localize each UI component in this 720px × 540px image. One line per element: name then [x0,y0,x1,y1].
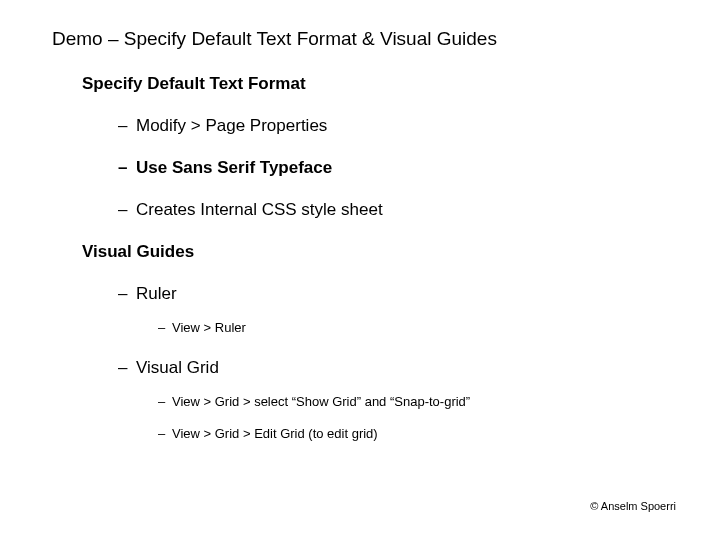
list-item: –Modify > Page Properties [118,116,327,136]
sub-list-item: –View > Ruler [158,320,246,335]
footer-credit: © Anselm Spoerri [590,500,676,512]
bullet-dash-icon: – [118,116,136,136]
bullet-dash-icon: – [118,158,136,178]
section-heading-visual-guides: Visual Guides [82,242,194,262]
sub-list-item-text: View > Grid > Edit Grid (to edit grid) [172,426,378,441]
list-item: –Ruler [118,284,177,304]
section-heading-text-format: Specify Default Text Format [82,74,306,94]
bullet-dash-icon: – [158,320,172,335]
slide-title: Demo – Specify Default Text Format & Vis… [52,28,497,50]
list-item: –Creates Internal CSS style sheet [118,200,383,220]
bullet-dash-icon: – [118,358,136,378]
slide: Demo – Specify Default Text Format & Vis… [0,0,720,540]
list-item-text: Creates Internal CSS style sheet [136,200,383,219]
sub-list-item-text: View > Ruler [172,320,246,335]
bullet-dash-icon: – [118,284,136,304]
bullet-dash-icon: – [118,200,136,220]
bullet-dash-icon: – [158,426,172,441]
list-item-text: Visual Grid [136,358,219,377]
list-item-text: Modify > Page Properties [136,116,327,135]
sub-list-item: –View > Grid > Edit Grid (to edit grid) [158,426,378,441]
sub-list-item: –View > Grid > select “Show Grid” and “S… [158,394,470,409]
sub-list-item-text: View > Grid > select “Show Grid” and “Sn… [172,394,470,409]
list-item-text: Use Sans Serif Typeface [136,158,332,177]
bullet-dash-icon: – [158,394,172,409]
list-item-text: Ruler [136,284,177,303]
list-item: –Visual Grid [118,358,219,378]
list-item: –Use Sans Serif Typeface [118,158,332,178]
